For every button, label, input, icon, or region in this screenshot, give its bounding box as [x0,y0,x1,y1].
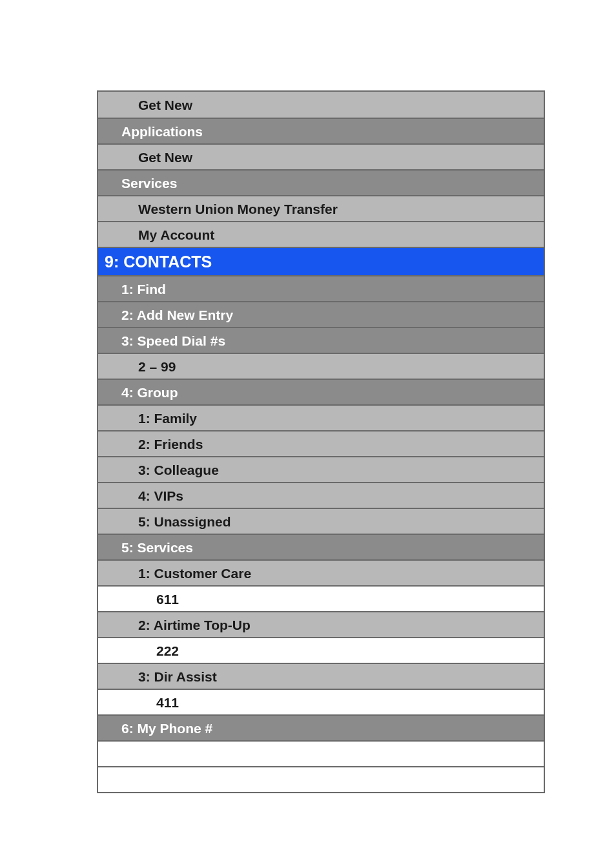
menu-item-label: 2: Airtime Top-Up [138,618,251,632]
menu-item-group[interactable]: 4: Group [98,379,544,404]
menu-item-get-new[interactable]: Get New [98,92,544,118]
menu-item-customer-care-number: 611 [98,585,544,611]
menu-item-label: 611 [156,592,179,606]
menu-item-unassigned[interactable]: 5: Unassigned [98,508,544,534]
menu-item-western-union[interactable]: Western Union Money Transfer [98,195,544,221]
menu-item-label: 3: Speed Dial #s [121,334,225,348]
menu-item-find[interactable]: 1: Find [98,275,544,301]
menu-item-label: 6: My Phone # [121,722,212,735]
menu-section-services[interactable]: Services [98,169,544,195]
menu-item-customer-care[interactable]: 1: Customer Care [98,559,544,585]
menu-header-contacts[interactable]: 9: CONTACTS [98,247,544,275]
menu-item-vips[interactable]: 4: VIPs [98,482,544,508]
menu-item-get-new[interactable]: Get New [98,143,544,169]
menu-item-my-account[interactable]: My Account [98,221,544,247]
menu-item-airtime-topup[interactable]: 2: Airtime Top-Up [98,611,544,637]
menu-section-applications[interactable]: Applications [98,118,544,143]
menu-item-label: Applications [121,125,203,138]
menu-item-contacts-services[interactable]: 5: Services [98,534,544,559]
menu-item-label: 1: Find [121,282,166,296]
menu-item-label: 5: Services [121,541,193,554]
menu-item-friends[interactable]: 2: Friends [98,430,544,456]
menu-item-label: Get New [138,98,192,112]
menu-tree-table: Get New Applications Get New Services We… [97,90,545,793]
menu-item-dir-assist[interactable]: 3: Dir Assist [98,663,544,689]
menu-item-label: 2: Add New Entry [121,308,233,322]
menu-item-label: Western Union Money Transfer [138,202,338,216]
menu-item-label: 1: Customer Care [138,567,251,580]
menu-item-label: 4: Group [121,386,178,399]
menu-item-label: 2 – 99 [138,360,176,373]
menu-item-add-new-entry[interactable]: 2: Add New Entry [98,301,544,327]
menu-item-colleague[interactable]: 3: Colleague [98,456,544,482]
menu-item-dir-assist-number: 411 [98,689,544,714]
menu-item-label: 222 [156,644,179,658]
menu-item-label: 3: Dir Assist [138,670,217,683]
menu-item-label: Get New [138,151,192,164]
menu-item-label: 5: Unassigned [138,515,231,528]
menu-item-label: 2: Friends [138,437,203,451]
menu-item-speed-dial-range[interactable]: 2 – 99 [98,353,544,379]
menu-item-label: 3: Colleague [138,463,219,477]
menu-item-family[interactable]: 1: Family [98,404,544,430]
menu-item-my-phone-number[interactable]: 6: My Phone # [98,714,544,740]
menu-item-label: 1: Family [138,411,197,425]
menu-item-airtime-topup-number: 222 [98,637,544,663]
menu-header-label: 9: CONTACTS [105,254,212,270]
menu-item-label: 4: VIPs [138,489,183,503]
menu-item-label: Services [121,176,177,190]
empty-row [98,766,544,792]
menu-item-speed-dial[interactable]: 3: Speed Dial #s [98,327,544,353]
menu-item-label: My Account [138,228,214,242]
menu-item-label: 411 [156,696,179,709]
empty-row [98,740,544,766]
